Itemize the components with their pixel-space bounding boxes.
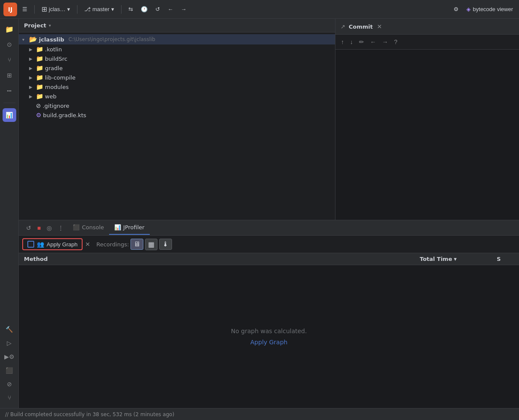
tree-chevron-modules: ▶	[29, 85, 34, 89]
recording-probe-btn[interactable]: 🌡	[159, 239, 172, 250]
sidebar-item-branch[interactable]: ⑂	[3, 53, 16, 67]
table-body: No graph was calculated. Apply Graph	[19, 265, 519, 408]
list-item[interactable]: ▶ 📁 .kotlin	[19, 44, 335, 54]
stop-btn[interactable]: ■	[35, 223, 43, 233]
sidebar-item-more[interactable]: •••	[3, 84, 16, 98]
list-item[interactable]: ⊘ .gitignore	[19, 101, 335, 110]
sidebar-item-folder[interactable]: 📁	[3, 22, 16, 36]
profiler-settings-btn[interactable]: ◎	[44, 223, 54, 233]
tab-jprofiler[interactable]: 📊 JProfiler	[109, 221, 150, 235]
folder-buildsrc-icon: 📁	[36, 55, 43, 62]
content-area: Project ▾ ▾ 📂 jclasslib C:\Users\ingo\pr…	[19, 19, 519, 408]
memory-icon: ▦	[148, 241, 154, 248]
more-options-icon: ⋮	[58, 225, 64, 231]
sidebar-item-git2[interactable]: ⑂	[3, 391, 16, 405]
folder-icon: 📁	[5, 25, 14, 33]
commit-help-btn[interactable]: ?	[392, 37, 400, 47]
sidebar-item-profiler[interactable]: 📊	[3, 108, 16, 122]
left-sidebar: 📁 ⊙ ⑂ ⊞ ••• 📊 🔨 ▷ ▶⚙	[0, 19, 19, 408]
commit-arrow-icon: ↗	[341, 24, 345, 30]
column-time-header[interactable]: Total Time ▾	[420, 256, 497, 262]
bottom-section: ↺ ■ ◎ ⋮ ⬛ Console 📊	[19, 220, 519, 408]
undo-btn[interactable]: ↺	[153, 4, 163, 14]
tree-label-gradle-kts: build.gradle.kts	[43, 112, 86, 118]
console-tab-label: Console	[82, 224, 104, 231]
clock-icon: 🕐	[141, 6, 148, 12]
commit-content	[335, 50, 519, 220]
bytecode-viewer-label: bytecode viewer	[473, 6, 513, 12]
update-icon: ⇆	[128, 6, 133, 12]
jprofiler-icon: 📊	[114, 224, 121, 231]
rerun-btn[interactable]: ↺	[24, 223, 33, 233]
tree-path-root: C:\Users\ingo\projects.git\jclasslib	[68, 36, 155, 42]
settings-btn[interactable]: ⚙	[451, 4, 461, 14]
branch-icon: ⎇	[84, 6, 91, 12]
list-item[interactable]: ▶ 📁 lib-compile	[19, 73, 335, 82]
run-icon: ▷	[7, 340, 12, 346]
bytecode-viewer-header[interactable]: ◈ bytecode viewer	[464, 4, 516, 14]
sidebar-item-plugins[interactable]: ⊞	[3, 68, 16, 82]
back-btn[interactable]: ←	[165, 4, 176, 14]
sidebar-item-problems[interactable]: ⊘	[3, 377, 16, 391]
tree-label-web: web	[45, 93, 56, 100]
column-s-header: S	[497, 256, 514, 262]
more-options-btn[interactable]: ⋮	[56, 223, 66, 233]
list-item[interactable]: ▶ 📁 modules	[19, 82, 335, 92]
forward-btn[interactable]: →	[178, 4, 189, 14]
branch-selector[interactable]: ⎇ master ▾	[82, 4, 117, 14]
list-item[interactable]: ▶ 📁 web	[19, 92, 335, 101]
project-selector[interactable]: ⊞ jclas… ▾	[39, 3, 73, 15]
branch-tree-icon: ⑂	[8, 56, 11, 63]
project-panel: Project ▾ ▾ 📂 jclasslib C:\Users\ingo\pr…	[19, 19, 335, 220]
sidebar-divider	[3, 103, 15, 103]
commit-panel-header: ↗ Commit ✕	[335, 19, 519, 35]
app-icon: IJ	[3, 3, 17, 16]
tree-chevron-buildsrc: ▶	[29, 56, 34, 61]
project-chevron-down-icon: ▾	[49, 23, 51, 28]
tree-label-kotlin: .kotlin	[45, 46, 62, 53]
commit-down-btn[interactable]: ↓	[348, 37, 355, 47]
commit-close-btn[interactable]: ✕	[376, 22, 383, 31]
jprofiler-toolbar: 👥 Apply Graph ✕ Recordings: 🖥 ▦ 🌡	[19, 236, 519, 253]
commit-up-btn[interactable]: ↑	[339, 37, 346, 47]
update-project-btn[interactable]: ⇆	[126, 4, 136, 14]
git2-icon: ⑂	[8, 394, 11, 401]
list-item[interactable]: ⚙ build.gradle.kts	[19, 110, 335, 120]
recent-files-btn[interactable]: 🕐	[138, 4, 150, 14]
list-item[interactable]: ▶ 📁 gradle	[19, 63, 335, 73]
run-coverage-icon: ▶⚙	[4, 353, 15, 360]
commit-edit-btn[interactable]: ✏	[357, 37, 366, 47]
recording-memory-btn[interactable]: ▦	[145, 239, 157, 250]
tree-chevron-gradle: ▶	[29, 66, 34, 71]
commit-panel: ↗ Commit ✕ ↑ ↓ ✏ ← → ?	[335, 19, 519, 220]
jprofiler-tab-label: JProfiler	[123, 224, 145, 231]
tree-item-root[interactable]: ▾ 📂 jclasslib C:\Users\ingo\projects.git…	[19, 34, 335, 44]
hamburger-menu[interactable]: ☰	[20, 4, 30, 14]
sidebar-item-git[interactable]: ⊙	[3, 38, 16, 51]
list-item[interactable]: ▶ 📁 buildSrc	[19, 54, 335, 63]
cpu-icon: 🖥	[133, 240, 140, 248]
project-title: Project	[24, 22, 46, 29]
apply-graph-btn[interactable]: 👥 Apply Graph	[22, 238, 83, 250]
apply-graph-close-btn[interactable]: ✕	[84, 240, 91, 248]
forward-icon: →	[181, 6, 187, 12]
commit-back-btn[interactable]: ←	[368, 37, 378, 47]
branch-name: master	[92, 6, 110, 12]
plugins-icon: ⊞	[7, 72, 12, 79]
problems-icon: ⊘	[7, 381, 12, 387]
recording-cpu-btn[interactable]: 🖥	[130, 239, 143, 250]
probe-icon: 🌡	[162, 240, 169, 248]
profiler-icon: 📊	[6, 112, 13, 118]
apply-graph-link[interactable]: Apply Graph	[250, 339, 288, 346]
sidebar-item-terminal[interactable]: ⬛	[3, 364, 16, 377]
folder-gradle-icon: 📁	[36, 65, 43, 71]
tab-console[interactable]: ⬛ Console	[68, 221, 109, 235]
sidebar-item-build[interactable]: 🔨	[3, 322, 16, 336]
sidebar-item-run[interactable]: ▷	[3, 336, 16, 350]
project-tree: ▾ 📂 jclasslib C:\Users\ingo\projects.git…	[19, 33, 335, 220]
tree-label-gradle: gradle	[45, 65, 62, 71]
sidebar-item-run-with-coverage[interactable]: ▶⚙	[3, 350, 16, 364]
tree-label-buildsrc: buildSrc	[45, 56, 67, 62]
rerun-icon: ↺	[26, 225, 31, 231]
commit-forward-btn[interactable]: →	[380, 37, 390, 47]
